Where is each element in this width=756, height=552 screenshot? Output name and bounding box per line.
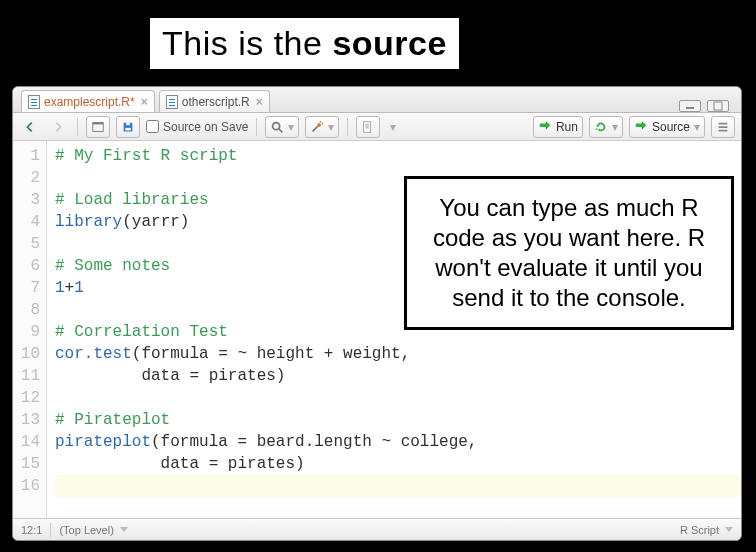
source-button[interactable]: Source ▾ [629,116,705,138]
scope-selector[interactable]: (Top Level) [59,524,127,536]
tab-label: otherscript.R [182,95,250,109]
tab-label: examplescript.R* [44,95,135,109]
rscript-doc-icon [28,95,40,109]
line-number-gutter: 12345678910111213141516 [13,141,47,518]
status-bar: 12:1 (Top Level) R Script [13,518,741,540]
callout-text: You can type as much R code as you want … [433,194,705,311]
rerun-button[interactable]: ▾ [589,116,623,138]
explainer-callout: You can type as much R code as you want … [404,176,734,330]
svg-rect-4 [125,127,130,130]
run-button[interactable]: Run [533,116,583,138]
forward-button[interactable] [47,116,69,138]
page-title: This is the source [150,18,459,69]
tab-close-icon[interactable]: × [141,95,148,109]
svg-rect-0 [686,107,694,109]
source-on-save-checkbox[interactable] [146,120,159,133]
language-selector[interactable]: R Script [680,524,733,536]
save-button[interactable] [116,116,140,138]
svg-point-9 [322,122,324,124]
source-on-save-label: Source on Save [163,120,248,134]
compile-report-button[interactable] [356,116,380,138]
outline-button[interactable] [711,116,735,138]
maximize-pane-icon[interactable] [707,100,729,112]
svg-line-7 [279,128,283,132]
svg-point-8 [320,120,322,122]
source-arrow-icon [634,120,648,134]
title-prefix: This is the [162,24,332,62]
run-arrow-icon [538,120,552,134]
show-in-new-window-button[interactable] [86,116,110,138]
code-tools-button[interactable]: ▾ [305,116,339,138]
tab-active[interactable]: examplescript.R* × [21,90,155,112]
run-label: Run [556,120,578,134]
tab-close-icon[interactable]: × [256,95,263,109]
tab-other[interactable]: otherscript.R × [159,90,270,112]
svg-rect-3 [93,122,104,124]
cursor-position: 12:1 [21,524,42,536]
tab-bar: examplescript.R* × otherscript.R × [13,87,741,113]
editor-toolbar: Source on Save ▾ ▾ ▾ Run ▾ Source ▾ [13,113,741,141]
minimize-pane-icon[interactable] [679,100,701,112]
back-button[interactable] [19,116,41,138]
svg-point-6 [273,122,280,129]
pane-controls [679,100,733,112]
source-label: Source [652,120,690,134]
svg-rect-10 [364,121,371,132]
find-button[interactable]: ▾ [265,116,299,138]
compile-dropdown[interactable]: ▾ [386,116,400,138]
svg-rect-5 [126,122,130,125]
rscript-doc-icon [166,95,178,109]
source-on-save-toggle[interactable]: Source on Save [146,120,248,134]
svg-rect-1 [714,102,722,110]
title-emph: source [332,24,447,62]
